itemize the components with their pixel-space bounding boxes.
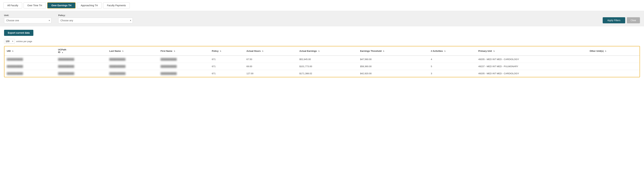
tab-over-earnings-th[interactable]: Over Earnings TH: [47, 2, 75, 8]
cell-primary-unit: 49237 - MED INT MED - PULMONARY: [476, 63, 587, 70]
col-uid-label: UID: [7, 50, 11, 52]
unit-select[interactable]: Choose one: [4, 17, 52, 23]
col-last-name-label: Last Name: [109, 50, 121, 52]
cell-activities: 5: [428, 63, 476, 70]
col-earnings-threshold[interactable]: Earnings Threshold ⇅: [358, 46, 428, 56]
filter-actions: Apply Filters Clear: [603, 17, 640, 23]
cell-last-name: ██████████: [107, 56, 158, 63]
export-button[interactable]: Export current data: [4, 30, 33, 36]
col-policy-sort-icon: ⇅: [220, 50, 221, 52]
cell-earnings-threshold: $42,920.00: [358, 70, 428, 77]
col-activities[interactable]: # Activities ⇅: [428, 46, 476, 56]
col-first-name-label: First Name: [160, 50, 172, 52]
col-primary-unit-label: Primary Unit: [478, 50, 492, 52]
col-actual-hours-sort-icon: ⇅: [262, 50, 263, 52]
cell-actual-earnings: $101,773.00: [297, 63, 358, 70]
tab-all-faculty[interactable]: All Faculty: [4, 2, 22, 8]
main-content: Export current data 10 25 50 100 entries…: [0, 26, 644, 81]
cell-first-name: ██████████: [158, 56, 210, 63]
cell-other-units: [587, 70, 640, 77]
cell-last-name: ██████████: [107, 70, 158, 77]
col-actual-hours-label: Actual Hours: [246, 50, 260, 52]
cell-last-name: ██████████: [107, 63, 158, 70]
col-other-units[interactable]: Other Unit(s) ⇅: [587, 46, 640, 56]
col-policy-label: Policy: [212, 50, 218, 52]
col-actual-earnings-label: Actual Earnings: [300, 50, 317, 52]
cell-earnings-threshold: $47,560.00: [358, 56, 428, 63]
apply-filters-button[interactable]: Apply Filters: [603, 17, 625, 23]
entries-per-page-select[interactable]: 10 25 50 100: [4, 39, 15, 44]
table-header-row: UID ⇅ UCPathID ▲ Last Name ⇅ First Name …: [4, 46, 640, 56]
table-row: ████████████████████████████████████████…: [4, 70, 640, 77]
col-other-units-sort-icon: ⇅: [605, 50, 606, 52]
unit-label: Unit:: [4, 14, 52, 16]
col-earnings-threshold-label: Earnings Threshold: [360, 50, 382, 52]
cell-policy: 671: [210, 63, 244, 70]
cell-other-units: [587, 63, 640, 70]
policy-filter-group: Policy: Choose any: [58, 14, 133, 23]
col-primary-unit[interactable]: Primary Unit ⇅: [476, 46, 587, 56]
col-last-name[interactable]: Last Name ⇅: [107, 46, 158, 56]
tab-over-time-th[interactable]: Over Time TH: [24, 2, 46, 8]
cell-uid: ██████████: [4, 56, 56, 63]
cell-actual-hours: 67.50: [244, 56, 297, 63]
entries-per-page-label: entries per page: [16, 40, 32, 43]
data-table: UID ⇅ UCPathID ▲ Last Name ⇅ First Name …: [4, 46, 640, 77]
tab-faculty-payments[interactable]: Faculty Payments: [103, 2, 130, 8]
cell-policy: 671: [210, 56, 244, 63]
cell-earnings-threshold: $58,360.00: [358, 63, 428, 70]
table-row: ████████████████████████████████████████…: [4, 63, 640, 70]
col-uid[interactable]: UID ⇅: [4, 46, 56, 56]
cell-ucpath-id: ██████████: [56, 63, 107, 70]
cell-other-units: [587, 56, 640, 63]
col-actual-earnings-sort-icon: ⇅: [318, 50, 320, 52]
table-row: ████████████████████████████████████████…: [4, 56, 640, 63]
cell-ucpath-id: ██████████: [56, 56, 107, 63]
cell-policy: 671: [210, 70, 244, 77]
clear-filters-button[interactable]: Clear: [627, 17, 640, 23]
unit-select-wrapper: Choose one: [4, 17, 52, 23]
cell-actual-hours: 127.00: [244, 70, 297, 77]
data-table-wrapper: UID ⇅ UCPathID ▲ Last Name ⇅ First Name …: [4, 46, 640, 77]
col-actual-hours[interactable]: Actual Hours ⇅: [244, 46, 297, 56]
col-activities-sort-icon: ⇅: [444, 50, 446, 52]
cell-first-name: ██████████: [158, 70, 210, 77]
col-activities-label: # Activities: [431, 50, 443, 52]
filter-bar: Unit: Choose one Policy: Choose any Appl…: [0, 11, 644, 26]
cell-first-name: ██████████: [158, 63, 210, 70]
cell-uid: ██████████: [4, 63, 56, 70]
col-other-units-label: Other Unit(s): [590, 50, 604, 52]
col-last-name-sort-icon: ⇅: [122, 50, 124, 52]
col-ucpath-id-sort-icon: ▲: [62, 51, 63, 53]
col-policy[interactable]: Policy ⇅: [210, 46, 244, 56]
cell-actual-hours: 69.00: [244, 63, 297, 70]
cell-ucpath-id: ██████████: [56, 70, 107, 77]
col-earnings-threshold-sort-icon: ⇅: [383, 50, 384, 52]
col-actual-earnings[interactable]: Actual Earnings ⇅: [297, 46, 358, 56]
col-first-name-sort-icon: ⇅: [174, 50, 175, 52]
policy-select-wrapper: Choose any: [58, 17, 133, 23]
tab-bar: All Faculty Over Time TH Over Earnings T…: [0, 0, 644, 11]
col-primary-unit-sort-icon: ⇅: [493, 50, 495, 52]
tab-approaching-th[interactable]: Approaching TH: [77, 2, 102, 8]
col-uid-sort-icon: ⇅: [12, 50, 14, 52]
cell-activities: 3: [428, 70, 476, 77]
cell-uid: ██████████: [4, 70, 56, 77]
policy-label: Policy:: [58, 14, 133, 16]
policy-select[interactable]: Choose any: [58, 17, 133, 23]
unit-filter-group: Unit: Choose one: [4, 14, 52, 23]
cell-primary-unit: 49205 - MED INT MED - CARDIOLOGY: [476, 70, 587, 77]
cell-actual-earnings: $171,388.02: [297, 70, 358, 77]
cell-activities: 4: [428, 56, 476, 63]
cell-primary-unit: 49205 - MED INT MED - CARDIOLOGY: [476, 56, 587, 63]
entries-select-wrapper: 10 25 50 100: [4, 39, 15, 44]
entries-per-page-row: 10 25 50 100 entries per page: [4, 39, 640, 44]
cell-actual-earnings: $52,645.00: [297, 56, 358, 63]
col-first-name[interactable]: First Name ⇅: [158, 46, 210, 56]
col-ucpath-id[interactable]: UCPathID ▲: [56, 46, 107, 56]
